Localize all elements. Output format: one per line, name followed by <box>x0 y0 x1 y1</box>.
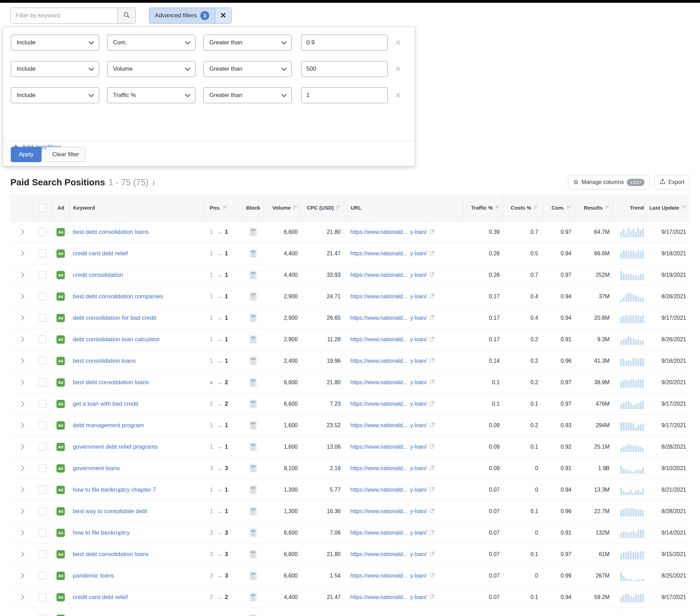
expand-row-icon[interactable] <box>19 595 24 600</box>
serp-block-icon[interactable] <box>250 378 257 387</box>
external-link-icon[interactable] <box>430 293 435 300</box>
expand-row-icon[interactable] <box>19 573 24 579</box>
expand-row-icon[interactable] <box>19 423 24 428</box>
advanced-filters-close-button[interactable]: ✕ <box>215 8 231 23</box>
keyword-link[interactable]: best consolidation loans <box>73 358 135 364</box>
external-link-icon[interactable] <box>430 573 435 579</box>
export-button[interactable]: Export <box>655 175 690 190</box>
serp-block-icon[interactable] <box>250 571 257 580</box>
condition-operator-select[interactable]: Greater than <box>203 87 292 103</box>
url-link[interactable]: https://www.nationald...y-loan/ <box>350 229 435 235</box>
condition-field-select[interactable]: Volume <box>107 61 195 77</box>
keyword-link[interactable]: debt consolidation for bad credit <box>73 315 156 322</box>
keyword-link[interactable]: best debt consolidation loans <box>73 551 149 558</box>
url-link[interactable]: https://www.nationald...y-loan/ <box>350 293 435 300</box>
row-checkbox[interactable] <box>38 464 46 472</box>
sort-icon[interactable] <box>567 205 571 210</box>
external-link-icon[interactable] <box>430 487 435 493</box>
keyword-link[interactable]: how to file bankruptcy chapter 7 <box>73 486 156 493</box>
column-header-traffic-%[interactable]: Traffic % <box>463 194 503 221</box>
serp-block-icon[interactable] <box>250 507 257 516</box>
search-button[interactable] <box>117 8 135 23</box>
select-all-checkbox[interactable] <box>38 204 46 212</box>
keyword-link[interactable]: best debt consolidation loans <box>73 379 149 386</box>
row-checkbox[interactable] <box>38 572 46 580</box>
row-checkbox[interactable] <box>38 593 46 601</box>
external-link-icon[interactable] <box>430 465 435 472</box>
external-link-icon[interactable] <box>430 508 435 514</box>
column-header-results[interactable]: Results <box>574 194 612 221</box>
keyword-link[interactable]: pandemic loans <box>73 572 114 579</box>
url-link[interactable]: https://www.nationald...y-loan/ <box>350 250 435 257</box>
column-header-com-[interactable]: Com. <box>543 194 574 221</box>
url-link[interactable]: https://www.nationald...y-loan/ <box>350 379 435 386</box>
row-checkbox[interactable] <box>38 228 46 236</box>
external-link-icon[interactable] <box>430 379 435 386</box>
column-header-pos-[interactable]: Pos. <box>204 194 243 221</box>
expand-row-icon[interactable] <box>19 530 24 536</box>
condition-operator-select[interactable]: Greater than <box>203 61 292 77</box>
keyword-link[interactable]: debt consolidation loan calculator <box>73 336 160 343</box>
keyword-link[interactable]: credit card debt relief <box>73 250 128 257</box>
serp-block-icon[interactable] <box>250 335 257 344</box>
serp-block-icon[interactable] <box>250 614 257 616</box>
external-link-icon[interactable] <box>430 530 435 536</box>
url-link[interactable]: https://www.nationald...y-loan/ <box>350 272 435 278</box>
expand-row-icon[interactable] <box>19 444 24 450</box>
condition-value-input[interactable] <box>301 35 388 51</box>
expand-row-icon[interactable] <box>19 294 24 299</box>
condition-mode-select[interactable]: Include <box>11 35 99 51</box>
url-link[interactable]: https://www.nationald...y-loan/ <box>350 530 435 536</box>
url-link[interactable]: https://www.nationald...y-loan/ <box>350 358 435 364</box>
serp-block-icon[interactable] <box>250 292 257 301</box>
sort-icon[interactable] <box>223 205 228 210</box>
url-link[interactable]: https://www.nationald...y-loan/ <box>350 444 435 450</box>
url-link[interactable]: https://www.nationald...y-loan/ <box>350 465 435 472</box>
advanced-filters-toggle[interactable]: Advanced filters 3 <box>149 8 215 23</box>
row-checkbox[interactable] <box>38 486 46 494</box>
row-checkbox[interactable] <box>38 271 46 279</box>
serp-block-icon[interactable] <box>250 550 257 558</box>
serp-block-icon[interactable] <box>250 464 257 473</box>
expand-row-icon[interactable] <box>19 229 24 235</box>
url-link[interactable]: https://www.nationald...y-loan/ <box>350 401 435 407</box>
serp-block-icon[interactable] <box>250 485 257 494</box>
external-link-icon[interactable] <box>430 594 435 600</box>
column-header-volume[interactable]: Volume <box>263 194 300 221</box>
condition-operator-select[interactable]: Greater than <box>203 35 292 51</box>
apply-button[interactable]: Apply <box>11 147 42 162</box>
row-checkbox[interactable] <box>38 400 46 408</box>
external-link-icon[interactable] <box>430 358 435 364</box>
keyword-link[interactable]: credit card debt relief <box>73 594 128 601</box>
url-link[interactable]: https://www.nationald...y-loan/ <box>350 422 435 429</box>
info-icon[interactable]: i <box>152 179 155 187</box>
column-header-last-update[interactable]: Last Update <box>645 194 690 221</box>
row-checkbox[interactable] <box>38 550 46 558</box>
row-checkbox[interactable] <box>38 421 46 429</box>
keyword-link[interactable]: credit consolidation <box>73 272 123 279</box>
url-link[interactable]: https://www.nationald...y-loan/ <box>350 594 435 600</box>
keyword-link[interactable]: best way to consolidate debt <box>73 508 147 515</box>
condition-field-select[interactable]: Traffic % <box>107 87 195 103</box>
expand-row-icon[interactable] <box>19 337 24 342</box>
serp-block-icon[interactable] <box>250 228 257 236</box>
serp-block-icon[interactable] <box>250 314 257 322</box>
url-link[interactable]: https://www.nationald...y-loan/ <box>350 315 435 321</box>
expand-row-icon[interactable] <box>19 466 24 471</box>
external-link-icon[interactable] <box>430 315 435 321</box>
row-checkbox[interactable] <box>38 357 46 365</box>
sort-icon[interactable] <box>495 205 500 210</box>
condition-value-input[interactable] <box>301 61 388 77</box>
serp-block-icon[interactable] <box>250 399 257 408</box>
expand-row-icon[interactable] <box>19 251 24 256</box>
manage-columns-button[interactable]: ⚙ Manage columns 13/17 <box>568 175 650 190</box>
url-link[interactable]: https://www.nationald...y-loan/ <box>350 336 435 343</box>
column-header-cpc-usd-[interactable]: CPC (USD) <box>300 194 345 221</box>
row-checkbox[interactable] <box>38 443 46 451</box>
keyword-link[interactable]: debt management program <box>73 422 144 429</box>
condition-value-input[interactable] <box>301 87 388 103</box>
remove-condition-icon[interactable]: × <box>395 38 401 47</box>
row-checkbox[interactable] <box>38 615 46 616</box>
expand-row-icon[interactable] <box>19 509 24 514</box>
expand-row-icon[interactable] <box>19 487 24 493</box>
